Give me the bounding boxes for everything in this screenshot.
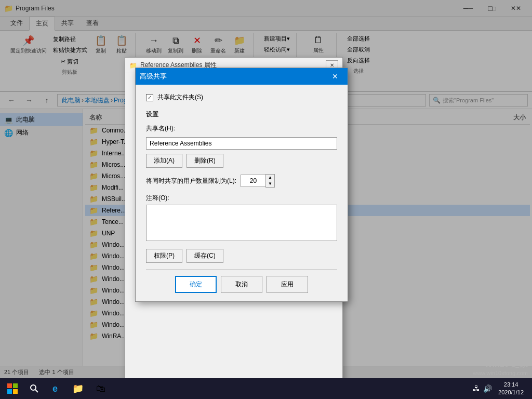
taskbar-search-icon: [30, 384, 38, 393]
folder-taskbar-icon: 📁: [72, 383, 84, 394]
separator: [146, 269, 337, 270]
add-remove-buttons: 添加(A) 删除(R): [146, 154, 337, 168]
taskbar-store-icon[interactable]: 🛍: [89, 378, 112, 399]
share-checkbox-row: 共享此文件夹(S): [146, 93, 337, 102]
tray-volume-icon[interactable]: 🔊: [483, 384, 492, 393]
taskbar: e 📁 🛍 🖧 🔊 23:14 2020/1/12: [0, 378, 532, 399]
svg-rect-1: [13, 383, 18, 388]
add-button[interactable]: 添加(A): [146, 154, 182, 168]
adv-cancel-button[interactable]: 取消: [221, 276, 262, 293]
comment-label: 注释(O):: [146, 194, 337, 203]
clock-time: 23:14: [498, 381, 524, 389]
svg-rect-3: [13, 389, 18, 394]
share-name-input[interactable]: [146, 137, 337, 150]
svg-line-5: [35, 390, 38, 392]
taskbar-clock[interactable]: 23:14 2020/1/12: [498, 381, 528, 397]
clock-date: 2020/1/12: [498, 389, 524, 396]
adv-close-button[interactable]: ✕: [327, 68, 343, 85]
limit-row: 将同时共享的用户数量限制为(L): ▲ ▼: [146, 174, 337, 188]
taskbar-tray: 🖧 🔊 23:14 2020/1/12: [473, 381, 532, 397]
spinner-up-button[interactable]: ▲: [266, 175, 274, 181]
permissions-button[interactable]: 权限(P): [146, 249, 182, 263]
settings-section-label: 设置: [146, 110, 337, 119]
windows-logo-icon: [7, 383, 18, 394]
adv-dialog-content: 共享此文件夹(S) 设置 共享名(H): 添加(A) 删除(R) 将同时共享的用…: [136, 85, 348, 301]
ok-cancel-apply-row: 确定 取消 应用: [146, 276, 337, 293]
spinner-down-button[interactable]: ▼: [266, 181, 274, 187]
tray-icons: 🖧 🔊: [473, 384, 492, 393]
limit-input[interactable]: [241, 175, 265, 187]
adv-ok-button[interactable]: 确定: [175, 276, 217, 293]
limit-spinner: ▲ ▼: [241, 174, 275, 188]
ie-icon: e: [52, 383, 58, 394]
taskbar-search-button[interactable]: [25, 378, 44, 399]
tray-network-icon[interactable]: 🖧: [473, 384, 480, 393]
share-name-label: 共享名(H):: [146, 124, 182, 133]
store-icon: 🛍: [96, 383, 105, 394]
svg-rect-2: [7, 389, 12, 394]
share-checkbox[interactable]: [146, 94, 153, 101]
taskbar-folder-icon[interactable]: 📁: [66, 378, 89, 399]
adv-title-bar: 高级共享 ✕: [136, 68, 348, 85]
comment-textarea[interactable]: [146, 205, 337, 241]
share-name-row: 共享名(H):: [146, 124, 337, 133]
adv-dialog-title: 高级共享: [140, 72, 324, 81]
permissions-cache-row: 权限(P) 缓存(C): [146, 249, 337, 263]
taskbar-ie-icon[interactable]: e: [44, 378, 66, 399]
svg-point-4: [31, 385, 36, 390]
spinner-buttons: ▲ ▼: [265, 174, 275, 188]
advanced-sharing-dialog: 高级共享 ✕ 共享此文件夹(S) 设置 共享名(H): 添加(A) 删除(R) …: [135, 68, 348, 302]
remove-button[interactable]: 删除(R): [187, 154, 223, 168]
start-button[interactable]: [0, 378, 25, 399]
adv-apply-button[interactable]: 应用: [267, 276, 308, 293]
limit-label: 将同时共享的用户数量限制为(L):: [146, 177, 236, 185]
share-checkbox-label: 共享此文件夹(S): [157, 93, 203, 102]
svg-rect-0: [7, 383, 12, 388]
cache-button[interactable]: 缓存(C): [187, 249, 223, 263]
